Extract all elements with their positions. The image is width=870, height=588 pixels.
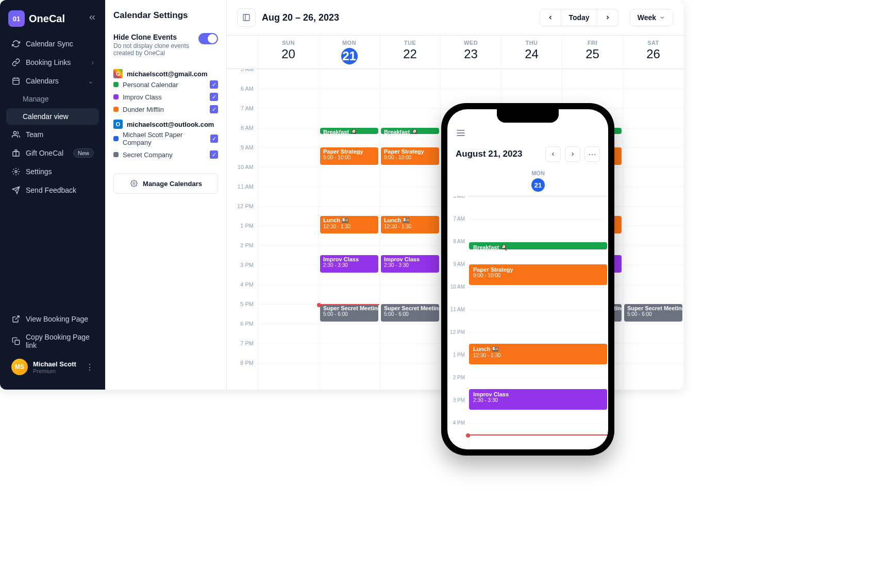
user-menu-icon[interactable]: ⋮ (86, 362, 94, 372)
calendar-item[interactable]: Michael Scott Paper Company✓ (113, 129, 218, 148)
footer-link[interactable]: Copy Booking Page link (6, 329, 99, 354)
calendar-event[interactable]: Improv Class2:30 - 3:30 (381, 255, 439, 273)
logo[interactable]: 01 OneCal (0, 6, 105, 35)
calendar-item[interactable]: Improv Class✓ (113, 91, 218, 103)
sidebar-subitem[interactable]: Calendar view (6, 108, 99, 125)
new-badge: New (73, 148, 94, 158)
phone-next-button[interactable] (565, 146, 580, 162)
calendar-item[interactable]: Personal Calendar✓ (113, 78, 218, 91)
hour-label: 4 PM (227, 281, 258, 301)
event-time: 12:30 - 1:30 (384, 224, 436, 229)
day-header[interactable]: THU24 (501, 36, 562, 69)
event-time: 2:30 - 3:30 (473, 397, 603, 403)
day-column[interactable]: Breakfast 🍳Paper Strategy9:00 - 10:00Lun… (379, 69, 440, 390)
sidebar-item-calendar[interactable]: Calendars⌄ (6, 72, 99, 90)
phone-hour-label: 7 AM (447, 216, 468, 239)
day-name: THU (504, 40, 560, 46)
sidebar-item-send[interactable]: Send Feedback (6, 181, 99, 199)
phone-prev-button[interactable] (545, 146, 561, 162)
phone-hour-label: 8 AM (447, 239, 468, 261)
view-selector[interactable]: Week (630, 9, 673, 26)
next-button[interactable] (597, 9, 618, 26)
calendar-event[interactable]: Lunch 🍱12:30 - 1:30 (320, 216, 378, 233)
collapse-sidebar-icon[interactable] (88, 13, 97, 24)
sync-icon (11, 39, 21, 48)
calendar-color-dot (113, 94, 119, 99)
event-time: 5:00 - 6:00 (323, 311, 375, 317)
calendar-color-dot (113, 152, 119, 157)
svg-rect-11 (243, 14, 249, 21)
sidebar-subitem[interactable]: Manage (6, 91, 99, 107)
calendar-checkbox[interactable]: ✓ (210, 105, 218, 113)
phone-event[interactable]: Improv Class2:30 - 3:30 (469, 389, 607, 410)
calendar-event[interactable]: Super Secret Meeting5:00 - 6:00 (624, 304, 682, 322)
calendar-event[interactable]: Improv Class2:30 - 3:30 (320, 255, 378, 273)
phone-event[interactable]: Breakfast 🍳 (469, 242, 607, 249)
calendar-item[interactable]: Dunder Mifflin✓ (113, 103, 218, 115)
phone-event[interactable]: Paper Strategy9:00 - 10:00 (469, 264, 607, 285)
sidebar-item-label: Calendar Sync (26, 40, 73, 48)
day-header[interactable]: MON21 (319, 36, 379, 69)
sidebar-item-label: Calendars (26, 77, 59, 85)
calendar-event[interactable]: Breakfast 🍳 (381, 128, 439, 134)
calendar-icon (11, 76, 21, 86)
day-name: MON (321, 40, 377, 46)
user-profile[interactable]: MSMichael ScottPremium⋮ (6, 355, 99, 379)
sidebar-item-gear[interactable]: Settings (6, 163, 99, 180)
calendar-checkbox[interactable]: ✓ (210, 135, 218, 143)
event-title: Lunch 🍱 (473, 346, 603, 352)
calendar-color-dot (113, 82, 119, 87)
nav: Calendar SyncBooking Links›Calendars⌄Man… (0, 35, 105, 306)
day-column[interactable]: Breakfast 🍳Paper Strategy9:00 - 10:00Lun… (319, 69, 379, 390)
day-header[interactable]: WED23 (440, 36, 501, 69)
prev-button[interactable] (540, 9, 561, 26)
google-icon: G (113, 69, 123, 78)
calendar-event[interactable]: Paper Strategy9:00 - 10:00 (381, 147, 439, 165)
calendar-event[interactable]: Lunch 🍱12:30 - 1:30 (381, 216, 439, 233)
calendar-event[interactable]: Super Secret Meeting5:00 - 6:00 (381, 304, 439, 322)
hamburger-icon[interactable] (456, 128, 466, 140)
sidebar-item-sync[interactable]: Calendar Sync (6, 35, 99, 53)
calendar-event[interactable]: Breakfast 🍳 (320, 128, 378, 134)
calendar-checkbox[interactable]: ✓ (210, 80, 218, 89)
footer-link[interactable]: View Booking Page (6, 310, 99, 328)
hour-label: 5 AM (227, 69, 258, 86)
hour-label: 10 AM (227, 164, 258, 183)
today-button[interactable]: Today (561, 9, 597, 26)
event-title: Paper Strategy (473, 266, 603, 273)
hide-clone-toggle[interactable] (198, 33, 218, 44)
phone-grid[interactable]: 6 AM7 AM8 AM9 AM10 AM11 AM12 PM1 PM2 PM3… (447, 196, 608, 449)
event-time: 12:30 - 1:30 (473, 352, 603, 358)
event-title: Breakfast 🍳 (323, 129, 375, 134)
phone-hour-label: 1 PM (447, 352, 468, 375)
sidebar-item-team[interactable]: Team (6, 126, 99, 143)
user-plan: Premium (33, 368, 76, 374)
gift-icon (11, 148, 21, 158)
day-column[interactable]: Super Secret Meeting5:00 - 6:00 (623, 69, 683, 390)
day-header[interactable]: FRI25 (562, 36, 623, 69)
calendar-checkbox[interactable]: ✓ (210, 93, 218, 101)
phone-event[interactable]: Lunch 🍱12:30 - 1:30 (469, 344, 607, 364)
calendar-event[interactable]: Super Secret Meeting5:00 - 6:00 (320, 304, 378, 322)
day-header[interactable]: SUN20 (258, 36, 319, 69)
calendar-event[interactable]: Paper Strategy9:00 - 10:00 (320, 147, 378, 165)
calendar-item[interactable]: Secret Company✓ (113, 148, 218, 161)
day-header[interactable]: SAT26 (623, 36, 683, 69)
event-time: 2:30 - 3:30 (323, 262, 375, 268)
calendar-checkbox[interactable]: ✓ (210, 150, 218, 159)
sidebar-item-link[interactable]: Booking Links› (6, 54, 99, 71)
account-header: Gmichaelscott@gmail.com (113, 69, 218, 78)
sidebar-item-label: Team (26, 130, 43, 139)
calendar-name: Secret Company (123, 151, 173, 159)
phone-more-button[interactable]: ⋯ (584, 146, 600, 162)
hour-label: 11 AM (227, 183, 258, 203)
phone-notch (497, 109, 559, 123)
day-number: 24 (504, 47, 560, 61)
sidebar-item-gift[interactable]: Gift OneCalNew (6, 144, 99, 162)
hour-label: 7 AM (227, 105, 258, 125)
day-column[interactable] (258, 69, 319, 390)
calendar-color-dot (113, 136, 119, 141)
manage-calendars-button[interactable]: Manage Calendars (113, 173, 218, 194)
panel-toggle-icon[interactable] (237, 8, 256, 27)
day-header[interactable]: TUE22 (379, 36, 440, 69)
